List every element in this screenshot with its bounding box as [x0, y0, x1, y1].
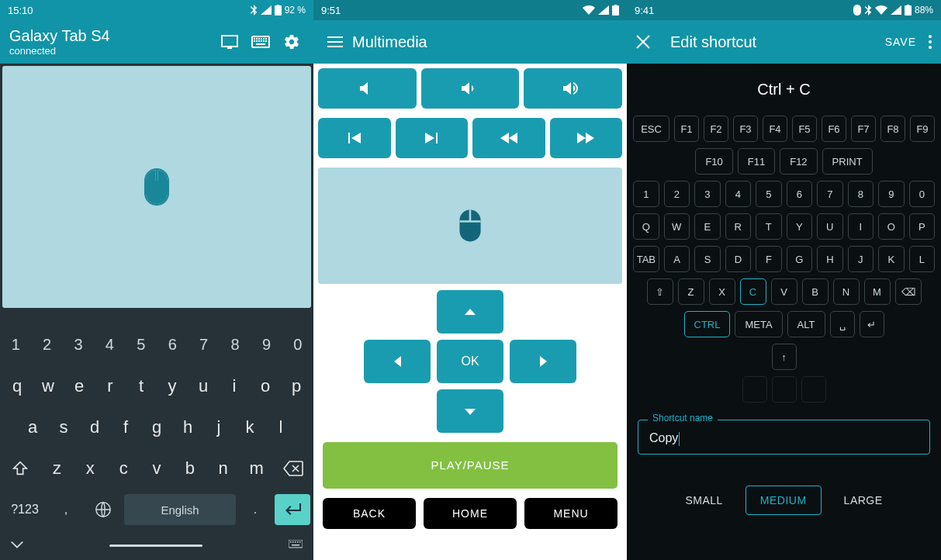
dpad-right[interactable]: [510, 340, 576, 383]
vk-5[interactable]: 5: [756, 181, 782, 207]
key-v[interactable]: v: [140, 458, 174, 479]
vk-p[interactable]: P: [909, 213, 936, 240]
key-i[interactable]: i: [219, 376, 250, 396]
size-large[interactable]: LARGE: [829, 486, 898, 515]
soft-keyboard[interactable]: 1234567890 qwertyuiop asdfghjkl zxcvbnm …: [0, 323, 313, 560]
vk-d[interactable]: D: [725, 246, 751, 272]
key-3[interactable]: 3: [63, 336, 94, 354]
key-5[interactable]: 5: [126, 336, 157, 354]
vk-m[interactable]: M: [864, 278, 891, 305]
key-z[interactable]: z: [40, 458, 74, 479]
key-a[interactable]: a: [17, 417, 48, 437]
vk-t[interactable]: T: [756, 213, 782, 240]
key-7[interactable]: 7: [188, 336, 219, 354]
prev-track-button[interactable]: [318, 118, 391, 158]
settings-icon[interactable]: [279, 29, 304, 54]
key-2[interactable]: 2: [31, 336, 62, 354]
vk-f6[interactable]: F6: [822, 116, 846, 142]
key-d[interactable]: d: [79, 417, 110, 437]
vk-␣[interactable]: ␣: [830, 311, 855, 337]
key-6[interactable]: 6: [157, 336, 188, 354]
key-g[interactable]: g: [141, 417, 172, 437]
vk-alt[interactable]: ALT: [787, 311, 825, 337]
backspace-key[interactable]: [273, 461, 313, 476]
keyboard-icon[interactable]: [248, 29, 273, 54]
size-medium[interactable]: MEDIUM: [746, 486, 822, 515]
key-1[interactable]: 1: [0, 336, 31, 354]
key-h[interactable]: h: [172, 417, 203, 437]
shift-key[interactable]: [0, 460, 40, 477]
globe-key[interactable]: [85, 501, 121, 518]
vk-j[interactable]: J: [848, 246, 874, 272]
vk-f3[interactable]: F3: [733, 116, 758, 142]
keyboard-dismiss-icon[interactable]: [289, 540, 303, 551]
vk-tab[interactable]: TAB: [633, 246, 659, 272]
overflow-menu-icon[interactable]: [916, 35, 932, 49]
vk-y[interactable]: Y: [787, 213, 813, 240]
play-pause-button[interactable]: PLAY/PAUSE: [323, 442, 618, 489]
key-l[interactable]: l: [265, 417, 296, 437]
vk-f1[interactable]: F1: [674, 116, 699, 142]
field-value[interactable]: Copy: [649, 431, 919, 446]
enter-key[interactable]: [275, 494, 310, 525]
vk-w[interactable]: W: [664, 213, 690, 240]
key-j[interactable]: j: [203, 417, 234, 437]
language-key[interactable]: English: [124, 494, 236, 525]
vk-7[interactable]: 7: [817, 181, 843, 207]
vk-q[interactable]: Q: [633, 213, 659, 240]
key-x[interactable]: x: [74, 458, 107, 479]
vk-i[interactable]: I: [848, 213, 874, 240]
vk-f5[interactable]: F5: [792, 116, 817, 142]
vk-arrow-right[interactable]: [801, 376, 826, 403]
period-key[interactable]: .: [239, 503, 272, 517]
vk-arrow-left[interactable]: [742, 376, 767, 403]
dpad-up[interactable]: [437, 290, 503, 334]
vk-u[interactable]: U: [817, 213, 843, 240]
key-w[interactable]: w: [33, 376, 64, 396]
vk-f11[interactable]: F11: [738, 148, 775, 175]
back-button[interactable]: BACK: [323, 498, 416, 529]
vk-esc[interactable]: ESC: [633, 116, 669, 142]
forward-button[interactable]: [550, 118, 623, 158]
vk-o[interactable]: O: [878, 213, 905, 240]
vk-f8[interactable]: F8: [880, 116, 905, 142]
symbols-key[interactable]: ?123: [3, 503, 47, 517]
key-8[interactable]: 8: [220, 336, 251, 354]
vk-⇧[interactable]: ⇧: [647, 278, 673, 305]
vk-↵[interactable]: ↵: [860, 311, 884, 337]
dpad-down[interactable]: [437, 389, 503, 433]
vk-4[interactable]: 4: [725, 181, 752, 207]
key-0[interactable]: 0: [282, 336, 313, 354]
vk-9[interactable]: 9: [878, 181, 905, 207]
vk-1[interactable]: 1: [633, 181, 659, 207]
touchpad-area[interactable]: [2, 66, 311, 308]
key-y[interactable]: y: [157, 376, 188, 396]
key-n[interactable]: n: [206, 458, 240, 479]
vk-print[interactable]: PRINT: [822, 148, 873, 175]
key-s[interactable]: s: [48, 417, 79, 437]
vk-⌫[interactable]: ⌫: [895, 278, 922, 305]
next-track-button[interactable]: [396, 118, 469, 158]
vk-n[interactable]: N: [833, 278, 860, 305]
save-button[interactable]: SAVE: [885, 36, 916, 48]
key-k[interactable]: k: [234, 417, 265, 437]
vk-3[interactable]: 3: [694, 181, 721, 207]
comma-key[interactable]: ,: [50, 503, 82, 517]
rewind-button[interactable]: [472, 118, 545, 158]
vk-v[interactable]: V: [771, 278, 797, 305]
nav-handle[interactable]: [109, 544, 202, 547]
vk-f4[interactable]: F4: [763, 116, 787, 142]
key-b[interactable]: b: [173, 458, 206, 479]
vk-8[interactable]: 8: [848, 181, 874, 207]
vk-x[interactable]: X: [709, 278, 735, 305]
vk-c[interactable]: C: [740, 278, 766, 305]
vk-f2[interactable]: F2: [704, 116, 728, 142]
size-small[interactable]: SMALL: [670, 486, 737, 515]
vk-f10[interactable]: F10: [695, 148, 732, 175]
vk-arrow-up[interactable]: ↑: [772, 344, 797, 370]
key-m[interactable]: m: [240, 458, 273, 479]
dpad-ok[interactable]: OK: [437, 340, 503, 383]
vk-ctrl[interactable]: CTRL: [684, 311, 731, 337]
vk-r[interactable]: R: [725, 213, 752, 240]
vk-h[interactable]: H: [817, 246, 842, 272]
